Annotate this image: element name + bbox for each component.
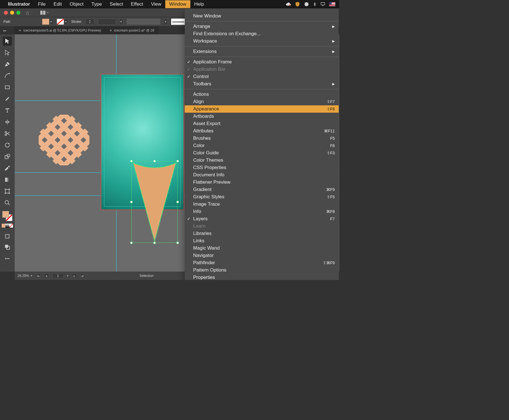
menu-item-align[interactable]: Align⇧F7 <box>185 98 339 105</box>
selection-tool[interactable] <box>3 37 12 46</box>
bounding-box[interactable] <box>131 161 178 243</box>
window-close-button[interactable] <box>4 11 8 15</box>
paintbrush-tool[interactable] <box>3 94 12 103</box>
last-artboard-button[interactable]: ▸I <box>80 273 85 278</box>
draw-normal-icon[interactable] <box>3 232 12 241</box>
menu-object[interactable]: Object <box>66 0 87 8</box>
stroke-weight-stepper[interactable]: ▴▾ <box>85 19 94 25</box>
menu-item-pathfinder[interactable]: Pathfinder⇧⌘F9 <box>185 259 339 266</box>
menu-item-info[interactable]: Info⌘F8 <box>185 208 339 215</box>
menu-item-pattern-options[interactable]: Pattern Options <box>185 266 339 274</box>
zoom-tool[interactable] <box>3 198 12 207</box>
document-tab[interactable]: ✕ icecream-poster2.ai* @ 28 <box>105 26 158 34</box>
window-minimize-button[interactable] <box>10 11 14 15</box>
home-icon[interactable]: ⌂ <box>26 10 29 16</box>
flag-icon[interactable] <box>329 2 335 6</box>
shield-icon[interactable] <box>295 1 300 7</box>
resize-handle[interactable] <box>153 160 156 162</box>
rectangle-tool[interactable] <box>3 83 12 92</box>
menu-window[interactable]: Window <box>165 0 190 8</box>
menu-item-attributes[interactable]: Attributes⌘F11 <box>185 127 339 135</box>
menu-item-color[interactable]: ColorF6 <box>185 142 339 149</box>
menu-type[interactable]: Type <box>87 0 106 8</box>
arrange-documents-button[interactable]: ▾ <box>40 11 49 15</box>
edit-toolbar-icon[interactable]: ••• <box>3 254 12 263</box>
shape-builder-tool[interactable] <box>3 152 12 161</box>
resize-handle[interactable] <box>153 242 156 244</box>
menu-item-flattener-preview[interactable]: Flattener Preview <box>185 179 339 186</box>
resize-handle[interactable] <box>130 160 133 162</box>
fan-icon[interactable] <box>304 1 309 7</box>
menu-item-links[interactable]: Links <box>185 237 339 245</box>
menu-item-css-properties[interactable]: CSS Properties <box>185 164 339 171</box>
window-zoom-button[interactable] <box>16 11 20 15</box>
menu-file[interactable]: File <box>34 0 49 8</box>
expand-panels-icon[interactable]: ▸▸ <box>0 26 15 34</box>
menu-item-graphic-styles[interactable]: Graphic Styles⇧F5 <box>185 193 339 201</box>
menu-item-magic-wand[interactable]: Magic Wand <box>185 245 339 252</box>
menu-item-color-themes[interactable]: Color Themes <box>185 157 339 164</box>
menu-item-application-frame[interactable]: ✓Application Frame <box>185 58 339 66</box>
fill-stroke-indicator[interactable] <box>2 211 12 221</box>
curvature-tool[interactable] <box>3 71 12 80</box>
menu-edit[interactable]: Edit <box>50 0 66 8</box>
resize-handle[interactable] <box>130 242 133 244</box>
menu-item-libraries[interactable]: Libraries <box>185 230 339 237</box>
direct-selection-tool[interactable] <box>3 48 12 57</box>
menu-item-artboards[interactable]: Artboards <box>185 113 339 120</box>
menu-effect[interactable]: Effect <box>127 0 147 8</box>
menu-item-asset-export[interactable]: Asset Export <box>185 120 339 127</box>
resize-handle[interactable] <box>177 242 179 244</box>
first-artboard-button[interactable]: I◂ <box>36 273 41 278</box>
stroke-swatch[interactable] <box>57 19 64 25</box>
menu-item-find-extensions-on-exchange[interactable]: Find Extensions on Exchange... <box>185 30 339 37</box>
close-tab-icon[interactable]: ✕ <box>109 29 112 32</box>
color-mode-switches[interactable] <box>2 224 13 228</box>
next-artboard-button[interactable]: ▸ <box>72 273 77 278</box>
eyedropper-tool[interactable] <box>3 164 12 173</box>
menu-item-workspace[interactable]: Workspace▶ <box>185 37 339 45</box>
menu-item-image-trace[interactable]: Image Trace <box>185 201 339 208</box>
artboard-number[interactable]: 1 <box>52 273 64 278</box>
close-tab-icon[interactable]: ✕ <box>19 29 21 32</box>
menu-select[interactable]: Select <box>106 0 127 8</box>
menu-item-brushes[interactable]: BrushesF5 <box>185 135 339 142</box>
menu-item-toolbars[interactable]: Toolbars▶ <box>185 80 339 88</box>
stroke-dropdown[interactable]: ▾ <box>64 19 68 25</box>
menu-item-navigator[interactable]: Navigator <box>185 252 339 259</box>
app-name[interactable]: Illustrator <box>8 1 30 7</box>
scissors-tool[interactable] <box>3 129 12 138</box>
stroke-style[interactable] <box>171 19 185 25</box>
prev-artboard-button[interactable]: ◂ <box>44 273 49 278</box>
menu-item-new-window[interactable]: New Window <box>185 12 339 20</box>
document-tab[interactable]: ✕ icecreamposter5.ai @ 51.6% (CMYK/GPU P… <box>15 26 105 34</box>
resize-handle[interactable] <box>130 201 133 203</box>
pen-tool[interactable] <box>3 60 12 69</box>
menu-help[interactable]: Help <box>190 0 208 8</box>
fill-dropdown[interactable]: ▾ <box>49 19 53 25</box>
menu-item-gradient[interactable]: Gradient⌘F9 <box>185 186 339 193</box>
vwp-dropdown[interactable]: ▾ <box>119 19 123 25</box>
fill-box[interactable] <box>2 211 9 218</box>
bluetooth-icon[interactable] <box>313 2 317 7</box>
variable-width-profile[interactable] <box>98 19 116 25</box>
menu-item-properties[interactable]: Properties <box>185 274 339 280</box>
menu-item-document-info[interactable]: Document Info <box>185 171 339 179</box>
gradient-tool[interactable] <box>3 175 12 184</box>
menu-item-actions[interactable]: Actions <box>185 91 339 98</box>
artboard-tool[interactable] <box>3 187 12 196</box>
type-tool[interactable] <box>3 106 12 115</box>
menu-item-layers[interactable]: ✓LayersF7 <box>185 215 339 223</box>
creative-cloud-icon[interactable] <box>286 1 291 7</box>
brush-definition[interactable] <box>127 19 160 25</box>
artboard-dropdown-icon[interactable]: ▾ <box>67 274 69 277</box>
brush-dropdown[interactable]: ▾ <box>164 19 168 25</box>
menu-item-appearance[interactable]: Appearance⇧F6 <box>185 105 339 113</box>
menu-view[interactable]: View <box>147 0 166 8</box>
menu-item-control[interactable]: ✓Control <box>185 73 339 80</box>
selected-object[interactable] <box>131 161 178 243</box>
menu-item-arrange[interactable]: Arrange▶ <box>185 23 339 30</box>
fill-swatch[interactable] <box>42 19 49 25</box>
draw-behind-icon[interactable] <box>3 243 12 252</box>
airplay-icon[interactable] <box>320 2 326 6</box>
